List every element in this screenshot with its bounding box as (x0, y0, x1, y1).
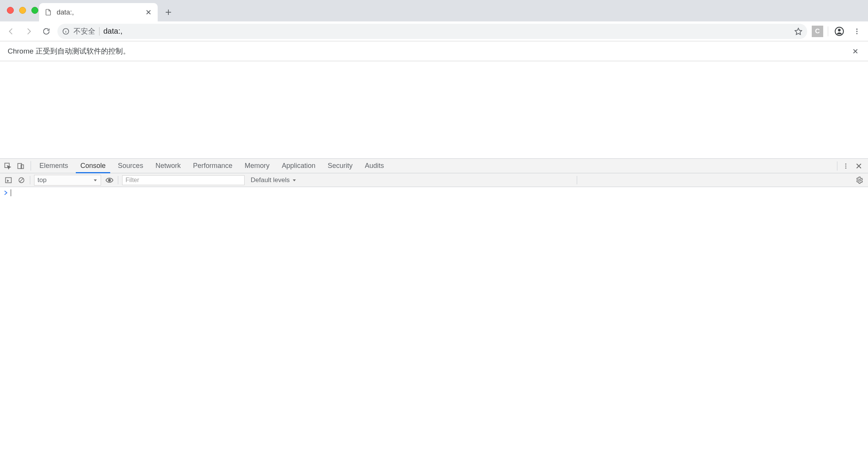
console-prompt-line[interactable] (0, 187, 868, 199)
tab-label: Elements (39, 162, 68, 170)
url-text: data:, (103, 27, 790, 36)
console-settings-icon[interactable] (855, 176, 864, 185)
tab-title: data:, (57, 8, 140, 16)
svg-marker-21 (293, 179, 296, 181)
file-icon (44, 8, 52, 16)
tab-label: Sources (118, 162, 143, 170)
devtools-tab-audits[interactable]: Audits (359, 159, 390, 173)
devtools-menu-icon[interactable] (841, 161, 850, 171)
extension-badge[interactable]: C (812, 26, 823, 37)
console-cursor (11, 189, 11, 196)
tab-label: Application (282, 162, 315, 170)
tab-close-button[interactable] (145, 8, 152, 16)
chrome-menu-icon[interactable] (850, 25, 863, 38)
console-prompt-caret-icon (4, 191, 8, 195)
security-status-label: 不安全 (73, 26, 95, 36)
automation-infobar: Chrome 正受到自动测试软件的控制。 (0, 41, 868, 61)
profile-avatar-icon[interactable] (833, 25, 846, 38)
window-close-button[interactable] (7, 7, 14, 14)
svg-point-20 (108, 179, 111, 181)
svg-point-7 (856, 31, 857, 32)
devtools-tab-performance[interactable]: Performance (187, 159, 238, 173)
omnibox-separator (99, 27, 100, 36)
devtools-right-separator (837, 161, 837, 171)
site-info-icon[interactable] (62, 28, 70, 35)
console-output[interactable] (0, 187, 868, 469)
address-bar[interactable]: 不安全 data:, (57, 24, 807, 39)
browser-tab[interactable]: data:, (39, 3, 158, 21)
infobar-close-button[interactable] (850, 46, 860, 56)
console-separator-1 (30, 176, 30, 184)
svg-point-6 (856, 28, 857, 29)
svg-point-5 (838, 29, 841, 31)
devtools-tab-separator (31, 161, 31, 171)
log-levels-select[interactable]: Default levels (248, 176, 299, 184)
devtools-tab-security[interactable]: Security (321, 159, 359, 173)
svg-point-8 (856, 33, 857, 34)
tab-label: Security (328, 162, 352, 170)
window-minimize-button[interactable] (19, 7, 26, 14)
svg-marker-16 (7, 179, 9, 182)
infobar-message: Chrome 正受到自动测试软件的控制。 (8, 46, 850, 56)
device-toolbar-icon[interactable] (16, 161, 25, 171)
console-filter-input[interactable] (122, 175, 245, 185)
new-tab-button[interactable] (161, 5, 176, 20)
execution-context-select[interactable]: top (34, 175, 101, 186)
tab-label: Performance (193, 162, 232, 170)
window-controls (7, 7, 38, 14)
inspect-element-icon[interactable] (3, 161, 12, 171)
context-select-value: top (38, 176, 47, 184)
svg-rect-15 (6, 178, 11, 182)
tab-label: Network (155, 162, 181, 170)
console-sidebar-toggle-icon[interactable] (4, 176, 13, 185)
back-button[interactable] (5, 25, 18, 38)
svg-point-14 (845, 167, 847, 168)
page-viewport (0, 61, 868, 158)
tab-label: Audits (365, 162, 384, 170)
console-separator-2 (118, 176, 118, 184)
window-maximize-button[interactable] (31, 7, 38, 14)
forward-button[interactable] (22, 25, 35, 38)
devtools-tab-network[interactable]: Network (149, 159, 187, 173)
tab-label: Console (80, 162, 106, 170)
console-toolbar: top Default levels (0, 173, 868, 187)
svg-line-18 (20, 178, 23, 182)
tab-strip: data:, (0, 0, 868, 21)
devtools-tab-elements[interactable]: Elements (33, 159, 74, 173)
chevron-down-icon (93, 178, 98, 182)
devtools-tab-memory[interactable]: Memory (238, 159, 276, 173)
bookmark-star-icon[interactable] (794, 27, 803, 36)
svg-point-12 (845, 163, 847, 164)
devtools-tab-console[interactable]: Console (74, 159, 112, 173)
devtools-tab-sources[interactable]: Sources (112, 159, 149, 173)
svg-point-22 (859, 179, 861, 181)
svg-marker-3 (795, 28, 801, 34)
devtools-tab-application[interactable]: Application (276, 159, 321, 173)
levels-label: Default levels (251, 176, 290, 184)
chevron-down-icon (292, 178, 297, 182)
browser-toolbar: 不安全 data:, C (0, 21, 868, 41)
devtools-close-icon[interactable] (854, 161, 863, 171)
clear-console-icon[interactable] (17, 176, 26, 185)
devtools-panel: Elements Console Sources Network Perform… (0, 158, 868, 469)
devtools-tabbar: Elements Console Sources Network Perform… (0, 159, 868, 173)
svg-marker-19 (94, 179, 97, 181)
live-expression-icon[interactable] (105, 176, 114, 185)
tab-label: Memory (245, 162, 269, 170)
toolbar-separator (828, 26, 828, 36)
reload-button[interactable] (40, 25, 53, 38)
svg-point-13 (845, 165, 847, 166)
console-separator-3 (577, 176, 577, 184)
